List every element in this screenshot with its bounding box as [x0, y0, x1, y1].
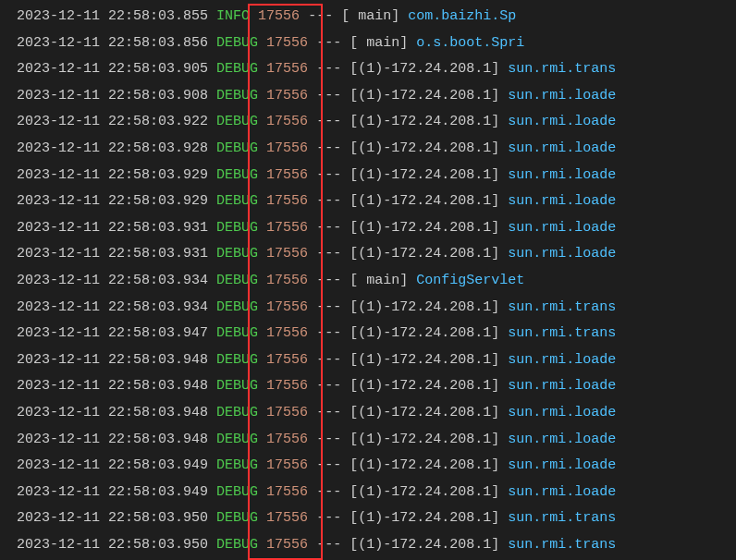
logger-name: ConfigServlet: [416, 273, 524, 288]
log-level: DEBUG: [216, 484, 258, 500]
log-level: DEBUG: [216, 273, 258, 288]
timestamp: 2023-12-11 22:58:03.856: [17, 35, 208, 51]
logger-name: sun.rmi.loade: [508, 193, 616, 209]
thread-name: [(1)-172.24.208.1]: [350, 457, 499, 473]
separator: ---: [316, 457, 341, 473]
log-line[interactable]: 2023-12-11 22:58:03.950 DEBUG 17556 --- …: [0, 532, 736, 559]
logger-name: sun.rmi.loade: [508, 457, 616, 473]
separator: ---: [316, 167, 341, 183]
thread-name: [(1)-172.24.208.1]: [350, 510, 499, 526]
thread-name: [ main]: [350, 35, 408, 51]
log-line[interactable]: 2023-12-11 22:58:03.950 DEBUG 17556 --- …: [0, 505, 736, 532]
log-line[interactable]: 2023-12-11 22:58:03.855 INFO 17556 --- […: [0, 4, 736, 30]
process-id: 17556: [266, 484, 308, 500]
log-line[interactable]: 2023-12-11 22:58:03.949 DEBUG 17556 --- …: [0, 453, 736, 480]
log-line[interactable]: 2023-12-11 22:58:03.948 DEBUG 17556 --- …: [0, 427, 736, 454]
logger-name: sun.rmi.loade: [508, 220, 616, 236]
log-line[interactable]: 2023-12-11 22:58:03.947 DEBUG 17556 --- …: [0, 321, 736, 347]
log-level: DEBUG: [216, 193, 258, 209]
timestamp: 2023-12-11 22:58:03.947: [17, 325, 208, 341]
log-line[interactable]: 2023-12-11 22:58:03.905 DEBUG 17556 --- …: [0, 56, 736, 83]
process-id: 17556: [266, 273, 308, 288]
thread-name: [(1)-172.24.208.1]: [350, 378, 499, 394]
process-id: 17556: [266, 352, 308, 368]
log-level: DEBUG: [216, 299, 258, 315]
separator: ---: [316, 220, 341, 236]
process-id: 17556: [266, 61, 308, 77]
separator: ---: [316, 61, 341, 77]
separator: ---: [316, 193, 341, 209]
timestamp: 2023-12-11 22:58:03.950: [17, 510, 208, 526]
log-line[interactable]: 2023-12-11 22:58:03.948 DEBUG 17556 --- …: [0, 373, 736, 400]
separator: ---: [316, 35, 341, 51]
log-viewer: 2023-12-11 22:58:03.855 INFO 17556 --- […: [0, 4, 736, 558]
logger-name: sun.rmi.loade: [508, 140, 616, 156]
log-line[interactable]: 2023-12-11 22:58:03.929 DEBUG 17556 --- …: [0, 163, 736, 189]
separator: ---: [316, 432, 341, 447]
log-line[interactable]: 2023-12-11 22:58:03.908 DEBUG 17556 --- …: [0, 83, 736, 110]
thread-name: [(1)-172.24.208.1]: [350, 405, 499, 420]
logger-name: o.s.boot.Spri: [416, 35, 524, 51]
log-line[interactable]: 2023-12-11 22:58:03.929 DEBUG 17556 --- …: [0, 189, 736, 215]
process-id: 17556: [266, 325, 308, 341]
log-line[interactable]: 2023-12-11 22:58:03.922 DEBUG 17556 --- …: [0, 109, 736, 136]
separator: ---: [316, 352, 341, 368]
logger-name: sun.rmi.trans: [508, 61, 616, 77]
logger-name: sun.rmi.loade: [508, 378, 616, 394]
logger-name: sun.rmi.loade: [508, 352, 616, 368]
log-level: DEBUG: [216, 88, 258, 103]
process-id: 17556: [266, 510, 308, 526]
separator: ---: [316, 140, 341, 156]
timestamp: 2023-12-11 22:58:03.931: [17, 246, 208, 262]
process-id: 17556: [258, 8, 300, 24]
timestamp: 2023-12-11 22:58:03.929: [17, 167, 208, 183]
thread-name: [ main]: [341, 8, 399, 24]
timestamp: 2023-12-11 22:58:03.934: [17, 273, 208, 288]
timestamp: 2023-12-11 22:58:03.928: [17, 140, 208, 156]
separator: ---: [316, 273, 341, 288]
log-line[interactable]: 2023-12-11 22:58:03.948 DEBUG 17556 --- …: [0, 347, 736, 374]
log-level: DEBUG: [216, 378, 258, 394]
log-line[interactable]: 2023-12-11 22:58:03.856 DEBUG 17556 --- …: [0, 30, 736, 57]
separator: ---: [316, 325, 341, 341]
logger-name: com.baizhi.Sp: [408, 8, 516, 24]
log-line[interactable]: 2023-12-11 22:58:03.934 DEBUG 17556 --- …: [0, 295, 736, 322]
log-level: DEBUG: [216, 537, 258, 553]
log-level: DEBUG: [216, 325, 258, 341]
log-level: DEBUG: [216, 167, 258, 183]
logger-name: sun.rmi.trans: [508, 537, 616, 553]
log-level: DEBUG: [216, 510, 258, 526]
separator: ---: [316, 299, 341, 315]
separator: ---: [316, 378, 341, 394]
logger-name: sun.rmi.trans: [508, 299, 616, 315]
thread-name: [(1)-172.24.208.1]: [350, 484, 499, 500]
thread-name: [(1)-172.24.208.1]: [350, 88, 499, 103]
log-level: DEBUG: [216, 246, 258, 262]
process-id: 17556: [266, 299, 308, 315]
process-id: 17556: [266, 405, 308, 420]
separator: ---: [316, 246, 341, 262]
log-line[interactable]: 2023-12-11 22:58:03.948 DEBUG 17556 --- …: [0, 400, 736, 427]
timestamp: 2023-12-11 22:58:03.922: [17, 114, 208, 129]
log-level: DEBUG: [216, 61, 258, 77]
log-line[interactable]: 2023-12-11 22:58:03.949 DEBUG 17556 --- …: [0, 480, 736, 506]
logger-name: sun.rmi.trans: [508, 325, 616, 341]
process-id: 17556: [266, 114, 308, 129]
separator: ---: [316, 510, 341, 526]
thread-name: [(1)-172.24.208.1]: [350, 140, 499, 156]
separator: ---: [316, 484, 341, 500]
separator: ---: [316, 405, 341, 420]
process-id: 17556: [266, 537, 308, 553]
log-line[interactable]: 2023-12-11 22:58:03.931 DEBUG 17556 --- …: [0, 215, 736, 242]
log-line[interactable]: 2023-12-11 22:58:03.934 DEBUG 17556 --- …: [0, 268, 736, 295]
log-line[interactable]: 2023-12-11 22:58:03.931 DEBUG 17556 --- …: [0, 241, 736, 268]
timestamp: 2023-12-11 22:58:03.948: [17, 352, 208, 368]
thread-name: [(1)-172.24.208.1]: [350, 193, 499, 209]
log-level: DEBUG: [216, 352, 258, 368]
process-id: 17556: [266, 432, 308, 447]
thread-name: [ main]: [350, 273, 408, 288]
timestamp: 2023-12-11 22:58:03.949: [17, 484, 208, 500]
log-line[interactable]: 2023-12-11 22:58:03.928 DEBUG 17556 --- …: [0, 136, 736, 163]
logger-name: sun.rmi.loade: [508, 88, 616, 103]
log-level: DEBUG: [216, 220, 258, 236]
